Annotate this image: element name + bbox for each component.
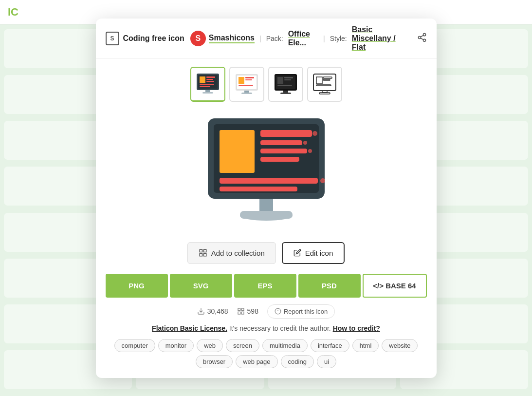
svg-rect-28 <box>277 85 292 86</box>
pack-name[interactable]: Office Ele... <box>288 30 318 47</box>
edit-pencil-icon <box>294 249 301 257</box>
svg-rect-48 <box>220 178 318 184</box>
thumbnail-outline[interactable] <box>307 67 342 102</box>
tag-item[interactable]: screen <box>226 339 259 352</box>
svg-rect-53 <box>240 211 293 219</box>
svg-rect-57 <box>203 254 206 256</box>
svg-rect-17 <box>238 77 244 84</box>
edit-icon-button[interactable]: Edit icon <box>282 242 345 264</box>
thumbnail-color[interactable] <box>190 67 225 102</box>
license-info: Flaticon Basic License. It's necessary t… <box>96 322 437 334</box>
add-to-collection-button[interactable]: Add to collection <box>187 242 276 264</box>
svg-rect-32 <box>316 77 322 84</box>
svg-rect-40 <box>220 130 255 173</box>
svg-point-0 <box>423 33 425 36</box>
svg-rect-62 <box>241 312 244 314</box>
download-eps-button[interactable]: EPS <box>234 274 296 298</box>
svg-rect-54 <box>200 249 202 252</box>
download-psd-button[interactable]: PSD <box>298 274 361 298</box>
svg-rect-20 <box>238 85 253 86</box>
site-logo: IC <box>8 6 18 19</box>
svg-line-4 <box>421 35 423 37</box>
share-icon[interactable] <box>417 33 427 44</box>
svg-rect-14 <box>202 92 213 94</box>
svg-rect-37 <box>319 93 330 94</box>
tag-item[interactable]: website <box>382 339 418 352</box>
svg-rect-34 <box>323 79 330 80</box>
download-count-icon <box>197 307 205 315</box>
svg-rect-12 <box>200 86 210 87</box>
thumbnail-row <box>96 59 437 102</box>
collection-count: 598 <box>237 307 258 315</box>
svg-rect-47 <box>260 157 299 162</box>
style-name[interactable]: Basic Miscellany / Flat <box>352 25 411 52</box>
report-icon-button[interactable]: Report this icon <box>267 304 335 319</box>
svg-rect-30 <box>280 93 291 94</box>
tag-item[interactable]: web page <box>236 355 277 368</box>
svg-rect-41 <box>260 130 312 137</box>
svg-rect-9 <box>206 79 213 80</box>
svg-point-1 <box>418 36 421 38</box>
style-prefix: Style: <box>330 35 347 42</box>
report-info-icon <box>275 308 281 315</box>
modal-title: Coding free icon <box>123 34 184 43</box>
tag-item[interactable]: interface <box>311 339 349 352</box>
download-png-button[interactable]: PNG <box>106 274 168 298</box>
header-center: S Smashicons | Pack: Office Ele... | Sty… <box>190 25 411 52</box>
svg-point-42 <box>312 131 317 136</box>
header-separator: | <box>259 35 261 42</box>
tag-item[interactable]: web <box>197 339 223 352</box>
thumbnail-dark[interactable] <box>268 67 303 102</box>
svg-rect-10 <box>206 81 214 82</box>
modal-title-area: S Coding free icon <box>106 32 184 45</box>
svg-rect-25 <box>277 77 283 84</box>
main-icon-display <box>96 102 437 238</box>
svg-rect-50 <box>220 187 297 191</box>
smashicons-brand[interactable]: S Smashicons <box>190 31 255 46</box>
tag-item[interactable]: monitor <box>158 339 194 352</box>
svg-line-3 <box>421 38 423 39</box>
header-separator2: | <box>323 35 325 42</box>
svg-rect-18 <box>245 77 254 78</box>
action-buttons-row: Add to collection Edit icon <box>96 238 437 274</box>
how-to-credit-link[interactable]: How to credit? <box>333 324 380 332</box>
thumbnail-color2[interactable] <box>229 67 264 102</box>
svg-rect-59 <box>238 308 240 311</box>
download-base64-button[interactable]: </> BASE 64 <box>363 274 427 298</box>
tag-item[interactable]: multimedia <box>262 339 308 352</box>
svg-rect-27 <box>284 79 291 80</box>
flaticon-logo-box: S <box>106 32 119 45</box>
svg-rect-22 <box>241 93 252 94</box>
svg-point-2 <box>423 39 425 41</box>
svg-rect-45 <box>260 149 307 153</box>
smashicons-name[interactable]: Smashicons <box>209 34 255 43</box>
svg-rect-56 <box>200 254 202 256</box>
license-link[interactable]: Flaticon Basic License. <box>152 324 227 332</box>
svg-rect-19 <box>245 79 252 80</box>
svg-point-49 <box>320 178 325 183</box>
icon-detail-modal: S Coding free icon S Smashicons | Pack: … <box>96 19 437 378</box>
svg-rect-55 <box>203 249 206 252</box>
download-svg-button[interactable]: SVG <box>170 274 232 298</box>
tag-item[interactable]: html <box>352 339 379 352</box>
modal-header: S Coding free icon S Smashicons | Pack: … <box>96 19 437 59</box>
svg-rect-11 <box>200 84 214 85</box>
svg-rect-21 <box>244 91 249 93</box>
tag-item[interactable]: ui <box>317 355 336 368</box>
svg-rect-33 <box>323 77 332 78</box>
svg-rect-26 <box>284 77 293 78</box>
svg-rect-35 <box>316 85 331 86</box>
pack-prefix: Pack: <box>266 35 283 42</box>
main-icon-svg <box>203 113 330 230</box>
svg-rect-61 <box>238 312 240 314</box>
tag-item[interactable]: computer <box>114 339 155 352</box>
collection-icon <box>199 248 207 257</box>
svg-rect-8 <box>206 76 215 78</box>
svg-point-44 <box>303 141 307 145</box>
collection-count-icon <box>237 307 245 315</box>
tag-item[interactable]: browser <box>196 355 233 368</box>
tags-container: computermonitorwebscreenmultimediainterf… <box>96 334 437 378</box>
tag-item[interactable]: coding <box>281 355 314 368</box>
svg-rect-13 <box>205 90 210 92</box>
download-buttons-row: PNG SVG EPS PSD </> BASE 64 <box>96 274 437 298</box>
